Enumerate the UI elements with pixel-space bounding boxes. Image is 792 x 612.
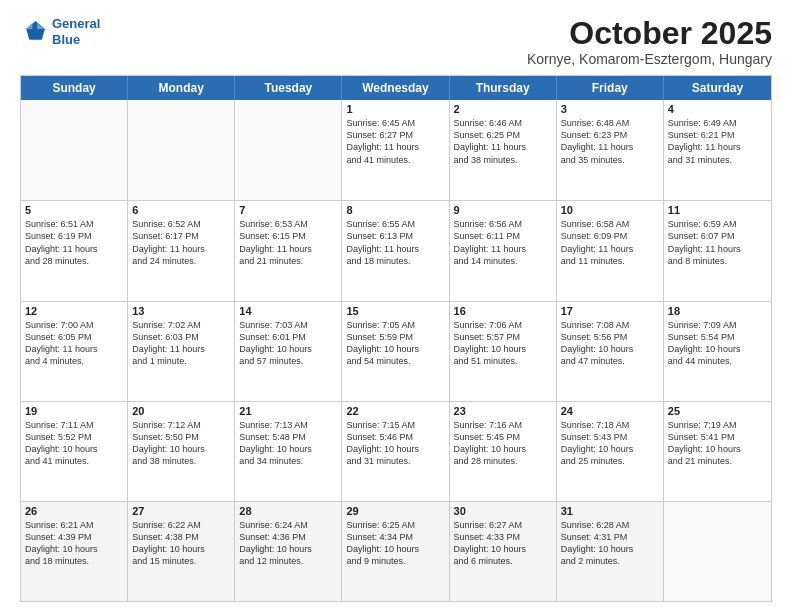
logo-icon — [20, 18, 48, 46]
day-info: Sunrise: 7:03 AM Sunset: 6:01 PM Dayligh… — [239, 319, 337, 368]
calendar-cell: 16Sunrise: 7:06 AM Sunset: 5:57 PM Dayli… — [450, 302, 557, 401]
day-number: 1 — [346, 103, 444, 115]
calendar-cell: 15Sunrise: 7:05 AM Sunset: 5:59 PM Dayli… — [342, 302, 449, 401]
calendar-cell: 22Sunrise: 7:15 AM Sunset: 5:46 PM Dayli… — [342, 402, 449, 501]
location: Kornye, Komarom-Esztergom, Hungary — [527, 51, 772, 67]
calendar-cell: 29Sunrise: 6:25 AM Sunset: 4:34 PM Dayli… — [342, 502, 449, 601]
day-number: 20 — [132, 405, 230, 417]
calendar-cell: 4Sunrise: 6:49 AM Sunset: 6:21 PM Daylig… — [664, 100, 771, 200]
calendar-cell: 30Sunrise: 6:27 AM Sunset: 4:33 PM Dayli… — [450, 502, 557, 601]
day-number: 3 — [561, 103, 659, 115]
day-info: Sunrise: 6:24 AM Sunset: 4:36 PM Dayligh… — [239, 519, 337, 568]
day-number: 28 — [239, 505, 337, 517]
day-info: Sunrise: 7:08 AM Sunset: 5:56 PM Dayligh… — [561, 319, 659, 368]
calendar-cell: 6Sunrise: 6:52 AM Sunset: 6:17 PM Daylig… — [128, 201, 235, 300]
day-info: Sunrise: 6:52 AM Sunset: 6:17 PM Dayligh… — [132, 218, 230, 267]
calendar-body: 1Sunrise: 6:45 AM Sunset: 6:27 PM Daylig… — [21, 100, 771, 601]
day-number: 8 — [346, 204, 444, 216]
day-info: Sunrise: 6:55 AM Sunset: 6:13 PM Dayligh… — [346, 218, 444, 267]
day-info: Sunrise: 7:09 AM Sunset: 5:54 PM Dayligh… — [668, 319, 767, 368]
logo: General Blue — [20, 16, 100, 47]
day-info: Sunrise: 6:53 AM Sunset: 6:15 PM Dayligh… — [239, 218, 337, 267]
header: General Blue October 2025 Kornye, Komaro… — [20, 16, 772, 67]
calendar-cell — [128, 100, 235, 200]
day-info: Sunrise: 6:56 AM Sunset: 6:11 PM Dayligh… — [454, 218, 552, 267]
day-info: Sunrise: 6:22 AM Sunset: 4:38 PM Dayligh… — [132, 519, 230, 568]
calendar-cell: 12Sunrise: 7:00 AM Sunset: 6:05 PM Dayli… — [21, 302, 128, 401]
header-day: Wednesday — [342, 76, 449, 100]
day-info: Sunrise: 6:28 AM Sunset: 4:31 PM Dayligh… — [561, 519, 659, 568]
calendar-cell: 8Sunrise: 6:55 AM Sunset: 6:13 PM Daylig… — [342, 201, 449, 300]
day-info: Sunrise: 7:02 AM Sunset: 6:03 PM Dayligh… — [132, 319, 230, 368]
day-info: Sunrise: 7:16 AM Sunset: 5:45 PM Dayligh… — [454, 419, 552, 468]
day-info: Sunrise: 7:18 AM Sunset: 5:43 PM Dayligh… — [561, 419, 659, 468]
day-info: Sunrise: 6:48 AM Sunset: 6:23 PM Dayligh… — [561, 117, 659, 166]
svg-marker-0 — [26, 21, 45, 40]
calendar-cell: 2Sunrise: 6:46 AM Sunset: 6:25 PM Daylig… — [450, 100, 557, 200]
day-number: 25 — [668, 405, 767, 417]
logo-line1: General — [52, 16, 100, 31]
day-number: 29 — [346, 505, 444, 517]
day-info: Sunrise: 6:27 AM Sunset: 4:33 PM Dayligh… — [454, 519, 552, 568]
calendar-cell: 3Sunrise: 6:48 AM Sunset: 6:23 PM Daylig… — [557, 100, 664, 200]
header-day: Tuesday — [235, 76, 342, 100]
day-info: Sunrise: 7:19 AM Sunset: 5:41 PM Dayligh… — [668, 419, 767, 468]
calendar-header: SundayMondayTuesdayWednesdayThursdayFrid… — [21, 76, 771, 100]
day-info: Sunrise: 6:58 AM Sunset: 6:09 PM Dayligh… — [561, 218, 659, 267]
day-number: 11 — [668, 204, 767, 216]
day-info: Sunrise: 6:45 AM Sunset: 6:27 PM Dayligh… — [346, 117, 444, 166]
day-number: 14 — [239, 305, 337, 317]
month-title: October 2025 — [527, 16, 772, 51]
day-number: 13 — [132, 305, 230, 317]
day-number: 31 — [561, 505, 659, 517]
day-number: 4 — [668, 103, 767, 115]
day-info: Sunrise: 6:21 AM Sunset: 4:39 PM Dayligh… — [25, 519, 123, 568]
day-number: 27 — [132, 505, 230, 517]
calendar-cell: 10Sunrise: 6:58 AM Sunset: 6:09 PM Dayli… — [557, 201, 664, 300]
header-day: Saturday — [664, 76, 771, 100]
day-info: Sunrise: 6:51 AM Sunset: 6:19 PM Dayligh… — [25, 218, 123, 267]
day-number: 7 — [239, 204, 337, 216]
day-number: 12 — [25, 305, 123, 317]
header-day: Friday — [557, 76, 664, 100]
calendar-cell: 1Sunrise: 6:45 AM Sunset: 6:27 PM Daylig… — [342, 100, 449, 200]
day-number: 10 — [561, 204, 659, 216]
calendar-row: 5Sunrise: 6:51 AM Sunset: 6:19 PM Daylig… — [21, 200, 771, 300]
page: General Blue October 2025 Kornye, Komaro… — [0, 0, 792, 612]
day-info: Sunrise: 6:59 AM Sunset: 6:07 PM Dayligh… — [668, 218, 767, 267]
day-info: Sunrise: 7:12 AM Sunset: 5:50 PM Dayligh… — [132, 419, 230, 468]
calendar-cell: 28Sunrise: 6:24 AM Sunset: 4:36 PM Dayli… — [235, 502, 342, 601]
day-number: 24 — [561, 405, 659, 417]
day-info: Sunrise: 7:11 AM Sunset: 5:52 PM Dayligh… — [25, 419, 123, 468]
day-number: 16 — [454, 305, 552, 317]
day-number: 9 — [454, 204, 552, 216]
day-info: Sunrise: 7:06 AM Sunset: 5:57 PM Dayligh… — [454, 319, 552, 368]
day-number: 18 — [668, 305, 767, 317]
day-info: Sunrise: 6:25 AM Sunset: 4:34 PM Dayligh… — [346, 519, 444, 568]
day-info: Sunrise: 7:05 AM Sunset: 5:59 PM Dayligh… — [346, 319, 444, 368]
day-number: 15 — [346, 305, 444, 317]
calendar-cell: 11Sunrise: 6:59 AM Sunset: 6:07 PM Dayli… — [664, 201, 771, 300]
calendar-cell: 14Sunrise: 7:03 AM Sunset: 6:01 PM Dayli… — [235, 302, 342, 401]
calendar-cell: 21Sunrise: 7:13 AM Sunset: 5:48 PM Dayli… — [235, 402, 342, 501]
day-number: 23 — [454, 405, 552, 417]
day-info: Sunrise: 7:15 AM Sunset: 5:46 PM Dayligh… — [346, 419, 444, 468]
day-number: 30 — [454, 505, 552, 517]
day-number: 6 — [132, 204, 230, 216]
title-area: October 2025 Kornye, Komarom-Esztergom, … — [527, 16, 772, 67]
calendar-row: 19Sunrise: 7:11 AM Sunset: 5:52 PM Dayli… — [21, 401, 771, 501]
day-number: 21 — [239, 405, 337, 417]
day-number: 26 — [25, 505, 123, 517]
day-number: 2 — [454, 103, 552, 115]
svg-marker-2 — [26, 22, 32, 28]
calendar-cell: 5Sunrise: 6:51 AM Sunset: 6:19 PM Daylig… — [21, 201, 128, 300]
calendar-cell: 9Sunrise: 6:56 AM Sunset: 6:11 PM Daylig… — [450, 201, 557, 300]
calendar-cell: 26Sunrise: 6:21 AM Sunset: 4:39 PM Dayli… — [21, 502, 128, 601]
calendar: SundayMondayTuesdayWednesdayThursdayFrid… — [20, 75, 772, 602]
calendar-row: 26Sunrise: 6:21 AM Sunset: 4:39 PM Dayli… — [21, 501, 771, 601]
header-day: Sunday — [21, 76, 128, 100]
calendar-cell — [235, 100, 342, 200]
day-number: 19 — [25, 405, 123, 417]
calendar-cell: 31Sunrise: 6:28 AM Sunset: 4:31 PM Dayli… — [557, 502, 664, 601]
calendar-cell — [21, 100, 128, 200]
